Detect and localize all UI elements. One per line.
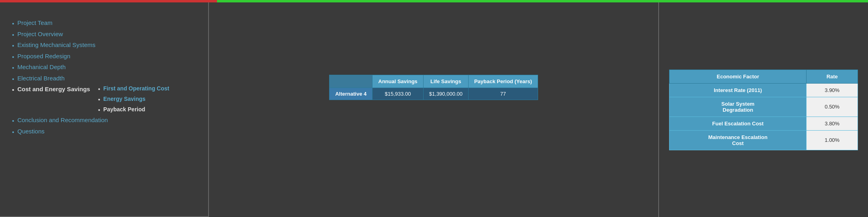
- economic-factor-rate: 3.90%: [807, 83, 858, 97]
- outline-item-label: Mechanical Depth: [17, 62, 66, 72]
- outline-item-label: Proposed Redesign: [17, 51, 70, 61]
- economic-table-row: Interest Rate (2011)3.90%: [669, 83, 858, 97]
- sub-outline-item-label: Energy Savings: [103, 94, 145, 104]
- outline-item-label: Cost and Energy Savings: [17, 84, 90, 94]
- outline-item-label: Project Team: [17, 18, 52, 28]
- outline-item-label: Conclusion and Recommendation: [17, 115, 108, 125]
- sub-list: •First and Operating Cost•Energy Savings…: [98, 84, 169, 115]
- sub-outline-item-first-operating-cost: •First and Operating Cost: [98, 84, 169, 94]
- payback-table-cell: $1,390,000.00: [423, 88, 468, 100]
- bullet-icon: •: [12, 18, 14, 29]
- economic-table-body: Interest Rate (2011)3.90%Solar SystemDeg…: [669, 83, 858, 150]
- payback-table-header-cell: Payback Period (Years): [468, 75, 538, 88]
- economic-header-cell: Rate: [807, 70, 858, 83]
- right-panel: Economic FactorRate Interest Rate (2011)…: [659, 2, 868, 217]
- payback-table-header-cell: [330, 75, 373, 88]
- outline-item-project-team: •Project Team: [12, 18, 196, 29]
- economic-table-row: Maintenance EscalationCost1.00%: [669, 130, 858, 150]
- economic-factor-label: Maintenance EscalationCost: [669, 130, 807, 150]
- bullet-icon: •: [12, 127, 14, 137]
- center-panel: Annual SavingsLife SavingsPayback Period…: [209, 2, 659, 217]
- economic-factor-label: Fuel Escalation Cost: [669, 117, 807, 130]
- left-panel: •Project Team•Project Overview•Existing …: [0, 2, 209, 217]
- bullet-icon: •: [12, 74, 14, 84]
- bullet-icon: •: [12, 116, 14, 126]
- payback-table-row: Alternative 4$15,933.00$1,390,000.0077: [330, 88, 538, 100]
- payback-table-header-row: Annual SavingsLife SavingsPayback Period…: [330, 75, 538, 88]
- payback-table-cell: 77: [468, 88, 538, 100]
- bullet-icon: •: [12, 30, 14, 40]
- sub-bullet-icon: •: [98, 95, 100, 105]
- bullet-icon: •: [12, 41, 14, 51]
- economic-table-row: Solar SystemDegradation0.50%: [669, 97, 858, 117]
- outline-item-project-overview: •Project Overview: [12, 29, 196, 40]
- economic-factor-label: Solar SystemDegradation: [669, 97, 807, 117]
- payback-table-header-cell: Annual Savings: [373, 75, 424, 88]
- outline-item-label: Existing Mechanical Systems: [17, 40, 95, 50]
- economic-header-cell: Economic Factor: [669, 70, 807, 83]
- outline-item-mechanical-depth: •Mechanical Depth: [12, 62, 196, 73]
- outline-item-questions: •Questions: [12, 126, 196, 137]
- sub-bullet-icon: •: [98, 85, 100, 94]
- sub-outline-item-label: Payback Period: [103, 105, 145, 115]
- payback-table-header-cell: Life Savings: [423, 75, 468, 88]
- bullet-icon: •: [12, 63, 14, 73]
- sub-outline-item-label: First and Operating Cost: [103, 84, 169, 94]
- economic-factor-rate: 1.00%: [807, 130, 858, 150]
- outline-list: •Project Team•Project Overview•Existing …: [12, 18, 196, 137]
- outline-item-label: Project Overview: [17, 29, 63, 39]
- bullet-icon: •: [12, 52, 14, 62]
- outline-item-label: Questions: [17, 126, 45, 137]
- sub-outline-item-payback-period: •Payback Period: [98, 105, 169, 115]
- outline-item-electrical-breadth: •Electrical Breadth: [12, 73, 196, 84]
- payback-table-cell: $15,933.00: [373, 88, 424, 100]
- outline-item-label: Electrical Breadth: [17, 73, 65, 84]
- economic-header-row: Economic FactorRate: [669, 70, 858, 83]
- economic-factor-label: Interest Rate (2011): [669, 83, 807, 97]
- bullet-icon: •: [12, 85, 14, 95]
- economic-table: Economic FactorRate Interest Rate (2011)…: [669, 70, 858, 150]
- main-content: •Project Team•Project Overview•Existing …: [0, 2, 868, 217]
- sub-outline-item-energy-savings: •Energy Savings: [98, 94, 169, 105]
- economic-factor-rate: 0.50%: [807, 97, 858, 117]
- outline-item-proposed-redesign: •Proposed Redesign: [12, 51, 196, 62]
- payback-table-body: Alternative 4$15,933.00$1,390,000.0077: [330, 88, 538, 100]
- sub-bullet-icon: •: [98, 106, 100, 115]
- payback-table: Annual SavingsLife SavingsPayback Period…: [329, 75, 538, 100]
- economic-table-row: Fuel Escalation Cost3.80%: [669, 117, 858, 130]
- outline-item-existing-mechanical: •Existing Mechanical Systems: [12, 40, 196, 51]
- economic-factor-rate: 3.80%: [807, 117, 858, 130]
- payback-table-cell: Alternative 4: [330, 88, 373, 100]
- outline-item-conclusion: •Conclusion and Recommendation: [12, 115, 196, 126]
- outline-item-cost-energy-savings: •Cost and Energy Savings•First and Opera…: [12, 84, 196, 115]
